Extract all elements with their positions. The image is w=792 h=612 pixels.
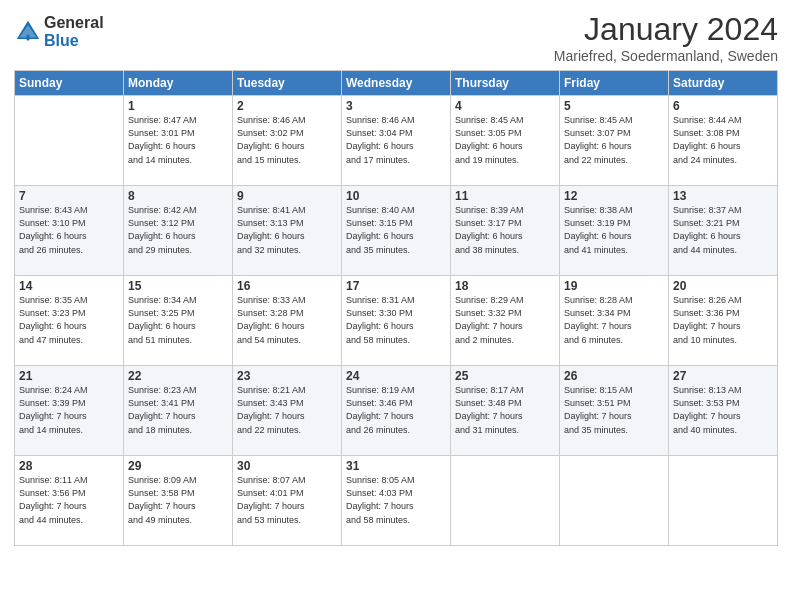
day-number: 1: [128, 99, 228, 113]
calendar-day-cell: 4Sunrise: 8:45 AM Sunset: 3:05 PM Daylig…: [451, 96, 560, 186]
day-number: 4: [455, 99, 555, 113]
day-info: Sunrise: 8:05 AM Sunset: 4:03 PM Dayligh…: [346, 474, 446, 526]
weekday-header: Friday: [560, 71, 669, 96]
day-info: Sunrise: 8:13 AM Sunset: 3:53 PM Dayligh…: [673, 384, 773, 436]
day-number: 18: [455, 279, 555, 293]
calendar-day-cell: 1Sunrise: 8:47 AM Sunset: 3:01 PM Daylig…: [124, 96, 233, 186]
day-info: Sunrise: 8:45 AM Sunset: 3:05 PM Dayligh…: [455, 114, 555, 166]
calendar-day-cell: [560, 456, 669, 546]
weekday-header: Saturday: [669, 71, 778, 96]
day-number: 28: [19, 459, 119, 473]
calendar-day-cell: 8Sunrise: 8:42 AM Sunset: 3:12 PM Daylig…: [124, 186, 233, 276]
calendar-day-cell: 26Sunrise: 8:15 AM Sunset: 3:51 PM Dayli…: [560, 366, 669, 456]
day-number: 30: [237, 459, 337, 473]
calendar-day-cell: 7Sunrise: 8:43 AM Sunset: 3:10 PM Daylig…: [15, 186, 124, 276]
day-number: 23: [237, 369, 337, 383]
calendar-day-cell: 20Sunrise: 8:26 AM Sunset: 3:36 PM Dayli…: [669, 276, 778, 366]
day-info: Sunrise: 8:31 AM Sunset: 3:30 PM Dayligh…: [346, 294, 446, 346]
calendar-day-cell: 24Sunrise: 8:19 AM Sunset: 3:46 PM Dayli…: [342, 366, 451, 456]
day-number: 25: [455, 369, 555, 383]
weekday-header: Monday: [124, 71, 233, 96]
day-info: Sunrise: 8:35 AM Sunset: 3:23 PM Dayligh…: [19, 294, 119, 346]
calendar-week-row: 21Sunrise: 8:24 AM Sunset: 3:39 PM Dayli…: [15, 366, 778, 456]
calendar-day-cell: 2Sunrise: 8:46 AM Sunset: 3:02 PM Daylig…: [233, 96, 342, 186]
calendar-day-cell: 5Sunrise: 8:45 AM Sunset: 3:07 PM Daylig…: [560, 96, 669, 186]
calendar-day-cell: 18Sunrise: 8:29 AM Sunset: 3:32 PM Dayli…: [451, 276, 560, 366]
day-info: Sunrise: 8:34 AM Sunset: 3:25 PM Dayligh…: [128, 294, 228, 346]
day-number: 13: [673, 189, 773, 203]
day-info: Sunrise: 8:42 AM Sunset: 3:12 PM Dayligh…: [128, 204, 228, 256]
day-info: Sunrise: 8:15 AM Sunset: 3:51 PM Dayligh…: [564, 384, 664, 436]
day-number: 10: [346, 189, 446, 203]
day-number: 20: [673, 279, 773, 293]
day-info: Sunrise: 8:26 AM Sunset: 3:36 PM Dayligh…: [673, 294, 773, 346]
day-info: Sunrise: 8:46 AM Sunset: 3:02 PM Dayligh…: [237, 114, 337, 166]
day-info: Sunrise: 8:23 AM Sunset: 3:41 PM Dayligh…: [128, 384, 228, 436]
header: General Blue January 2024 Mariefred, Soe…: [14, 10, 778, 64]
day-info: Sunrise: 8:19 AM Sunset: 3:46 PM Dayligh…: [346, 384, 446, 436]
day-number: 24: [346, 369, 446, 383]
day-info: Sunrise: 8:43 AM Sunset: 3:10 PM Dayligh…: [19, 204, 119, 256]
day-number: 2: [237, 99, 337, 113]
calendar-day-cell: 23Sunrise: 8:21 AM Sunset: 3:43 PM Dayli…: [233, 366, 342, 456]
day-info: Sunrise: 8:21 AM Sunset: 3:43 PM Dayligh…: [237, 384, 337, 436]
title-area: January 2024 Mariefred, Soedermanland, S…: [554, 10, 778, 64]
day-number: 17: [346, 279, 446, 293]
day-number: 11: [455, 189, 555, 203]
day-number: 12: [564, 189, 664, 203]
day-info: Sunrise: 8:24 AM Sunset: 3:39 PM Dayligh…: [19, 384, 119, 436]
weekday-header: Wednesday: [342, 71, 451, 96]
calendar-day-cell: 9Sunrise: 8:41 AM Sunset: 3:13 PM Daylig…: [233, 186, 342, 276]
weekday-header: Tuesday: [233, 71, 342, 96]
calendar-day-cell: 16Sunrise: 8:33 AM Sunset: 3:28 PM Dayli…: [233, 276, 342, 366]
calendar-day-cell: [451, 456, 560, 546]
calendar-week-row: 14Sunrise: 8:35 AM Sunset: 3:23 PM Dayli…: [15, 276, 778, 366]
calendar-day-cell: 6Sunrise: 8:44 AM Sunset: 3:08 PM Daylig…: [669, 96, 778, 186]
calendar-day-cell: 31Sunrise: 8:05 AM Sunset: 4:03 PM Dayli…: [342, 456, 451, 546]
day-number: 16: [237, 279, 337, 293]
calendar-day-cell: 10Sunrise: 8:40 AM Sunset: 3:15 PM Dayli…: [342, 186, 451, 276]
day-info: Sunrise: 8:39 AM Sunset: 3:17 PM Dayligh…: [455, 204, 555, 256]
day-info: Sunrise: 8:38 AM Sunset: 3:19 PM Dayligh…: [564, 204, 664, 256]
day-number: 9: [237, 189, 337, 203]
day-info: Sunrise: 8:33 AM Sunset: 3:28 PM Dayligh…: [237, 294, 337, 346]
day-info: Sunrise: 8:45 AM Sunset: 3:07 PM Dayligh…: [564, 114, 664, 166]
day-number: 26: [564, 369, 664, 383]
header-row: SundayMondayTuesdayWednesdayThursdayFrid…: [15, 71, 778, 96]
day-number: 21: [19, 369, 119, 383]
day-info: Sunrise: 8:44 AM Sunset: 3:08 PM Dayligh…: [673, 114, 773, 166]
calendar-week-row: 1Sunrise: 8:47 AM Sunset: 3:01 PM Daylig…: [15, 96, 778, 186]
day-number: 15: [128, 279, 228, 293]
calendar-day-cell: 28Sunrise: 8:11 AM Sunset: 3:56 PM Dayli…: [15, 456, 124, 546]
month-title: January 2024: [554, 10, 778, 48]
calendar-day-cell: 30Sunrise: 8:07 AM Sunset: 4:01 PM Dayli…: [233, 456, 342, 546]
day-number: 6: [673, 99, 773, 113]
calendar-day-cell: [15, 96, 124, 186]
weekday-header: Sunday: [15, 71, 124, 96]
calendar-week-row: 28Sunrise: 8:11 AM Sunset: 3:56 PM Dayli…: [15, 456, 778, 546]
calendar-table: SundayMondayTuesdayWednesdayThursdayFrid…: [14, 70, 778, 546]
calendar-day-cell: 17Sunrise: 8:31 AM Sunset: 3:30 PM Dayli…: [342, 276, 451, 366]
calendar-day-cell: 11Sunrise: 8:39 AM Sunset: 3:17 PM Dayli…: [451, 186, 560, 276]
day-number: 27: [673, 369, 773, 383]
calendar-week-row: 7Sunrise: 8:43 AM Sunset: 3:10 PM Daylig…: [15, 186, 778, 276]
calendar-day-cell: 29Sunrise: 8:09 AM Sunset: 3:58 PM Dayli…: [124, 456, 233, 546]
day-number: 14: [19, 279, 119, 293]
day-number: 19: [564, 279, 664, 293]
day-info: Sunrise: 8:17 AM Sunset: 3:48 PM Dayligh…: [455, 384, 555, 436]
calendar-day-cell: 12Sunrise: 8:38 AM Sunset: 3:19 PM Dayli…: [560, 186, 669, 276]
day-info: Sunrise: 8:41 AM Sunset: 3:13 PM Dayligh…: [237, 204, 337, 256]
day-number: 29: [128, 459, 228, 473]
calendar-day-cell: 14Sunrise: 8:35 AM Sunset: 3:23 PM Dayli…: [15, 276, 124, 366]
day-number: 5: [564, 99, 664, 113]
day-info: Sunrise: 8:46 AM Sunset: 3:04 PM Dayligh…: [346, 114, 446, 166]
calendar-day-cell: 13Sunrise: 8:37 AM Sunset: 3:21 PM Dayli…: [669, 186, 778, 276]
calendar-day-cell: 27Sunrise: 8:13 AM Sunset: 3:53 PM Dayli…: [669, 366, 778, 456]
day-number: 7: [19, 189, 119, 203]
logo: General Blue: [14, 14, 104, 49]
calendar-day-cell: 21Sunrise: 8:24 AM Sunset: 3:39 PM Dayli…: [15, 366, 124, 456]
logo-text: General Blue: [44, 14, 104, 49]
svg-rect-2: [27, 34, 30, 40]
day-number: 3: [346, 99, 446, 113]
day-number: 31: [346, 459, 446, 473]
